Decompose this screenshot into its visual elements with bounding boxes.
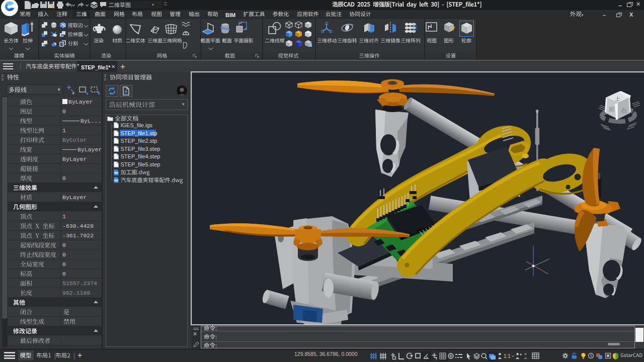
svg-text:1:1: 1:1	[504, 353, 511, 359]
